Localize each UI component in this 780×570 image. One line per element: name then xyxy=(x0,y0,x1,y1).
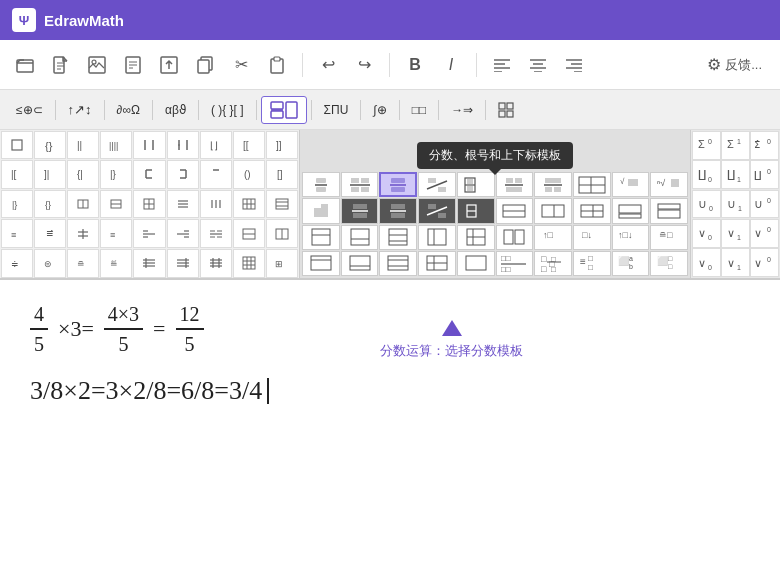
frac-template-6[interactable] xyxy=(496,172,534,197)
pal-cell[interactable] xyxy=(133,190,165,219)
pal-cell[interactable] xyxy=(100,190,132,219)
align-left-button[interactable] xyxy=(487,50,517,80)
frac-template-22[interactable] xyxy=(341,225,379,250)
cut-button[interactable]: ✂ xyxy=(226,50,256,80)
far-cell-wedge1[interactable]: ∨1 xyxy=(721,248,750,277)
far-cell-vee1[interactable]: ∨1 xyxy=(721,219,750,248)
frac-template-10[interactable]: ⁿ√ xyxy=(650,172,688,197)
frac-template-2[interactable] xyxy=(341,172,379,197)
pal-cell[interactable] xyxy=(1,131,33,160)
pal-cell[interactable] xyxy=(167,219,199,248)
export-button[interactable] xyxy=(154,50,184,80)
frac-template-31[interactable] xyxy=(302,251,340,276)
frac-template-11[interactable] xyxy=(302,198,340,223)
far-cell-wedge0[interactable]: ∨0 xyxy=(692,248,721,277)
pal-cell[interactable]: ]| xyxy=(34,160,66,189)
frac-template-28[interactable]: □↓ xyxy=(573,225,611,250)
math-row-2[interactable]: 3/8×2=3×2/8=6/8=3/4 xyxy=(30,376,750,406)
category-operators[interactable]: ≤⊕⊂ xyxy=(8,99,51,121)
frac-template-4[interactable] xyxy=(418,172,456,197)
frac-template-23[interactable] xyxy=(379,225,417,250)
category-boxes[interactable]: □□ xyxy=(404,99,435,121)
far-cell-union0[interactable]: ∪0 xyxy=(692,190,721,219)
pal-cell[interactable]: |} xyxy=(100,160,132,189)
pal-cell[interactable]: ≡̂ xyxy=(34,219,66,248)
pal-cell[interactable] xyxy=(266,219,298,248)
frac-template-40[interactable]: ⬜□□ xyxy=(650,251,688,276)
far-cell-coprod1[interactable]: ∐1 xyxy=(721,160,750,189)
far-cell-wedge-hat[interactable]: ∨0 xyxy=(750,248,779,277)
settings-button[interactable]: ⚙ 反馈... xyxy=(699,51,770,78)
frac-template-8[interactable] xyxy=(573,172,611,197)
pal-cell[interactable] xyxy=(266,190,298,219)
far-cell-coprod-hat[interactable]: ∐0 xyxy=(750,160,779,189)
pal-cell[interactable] xyxy=(200,219,232,248)
align-right-button[interactable] xyxy=(559,50,589,80)
frac-template-9[interactable]: √ xyxy=(612,172,650,197)
pal-cell[interactable]: |||| xyxy=(100,131,132,160)
frac-template-26[interactable] xyxy=(496,225,534,250)
frac-template-39[interactable]: ⬜ab xyxy=(612,251,650,276)
category-integrals[interactable]: ∫⊕ xyxy=(365,99,394,121)
frac-template-34[interactable] xyxy=(418,251,456,276)
far-cell-union-hat[interactable]: ∪0 xyxy=(750,190,779,219)
frac-template-7[interactable] xyxy=(534,172,572,197)
copy-button[interactable] xyxy=(190,50,220,80)
far-cell-vee0[interactable]: ∨0 xyxy=(692,219,721,248)
frac-template-29[interactable]: ↑□↓ xyxy=(612,225,650,250)
frac-template-36[interactable]: □□□□ xyxy=(496,251,534,276)
pal-cell[interactable]: ≡ xyxy=(1,219,33,248)
frac-template-12[interactable] xyxy=(341,198,379,223)
frac-template-14[interactable] xyxy=(418,198,456,223)
category-brackets[interactable]: ( ){ }[ ] xyxy=(203,99,252,121)
frac-template-25[interactable] xyxy=(457,225,495,250)
pal-cell[interactable]: ⊜ xyxy=(34,249,66,278)
pal-cell[interactable]: () xyxy=(233,160,265,189)
pal-cell[interactable] xyxy=(133,160,165,189)
bold-button[interactable]: B xyxy=(400,50,430,80)
category-fractions[interactable] xyxy=(261,96,307,124)
frac-template-15[interactable] xyxy=(457,198,495,223)
pal-cell[interactable] xyxy=(233,219,265,248)
category-sums[interactable]: ΣΠU xyxy=(316,99,357,121)
far-cell-sigma-hat[interactable]: Σ̂0 xyxy=(750,131,779,160)
pal-cell[interactable]: [] xyxy=(266,160,298,189)
category-arrows2[interactable]: →⇒ xyxy=(443,99,481,121)
open-button[interactable] xyxy=(10,50,40,80)
frac-template-37[interactable]: □□□□□ xyxy=(534,251,572,276)
pal-cell[interactable] xyxy=(167,249,199,278)
pal-cell[interactable]: ≑ xyxy=(1,249,33,278)
frac-template-13[interactable] xyxy=(379,198,417,223)
category-misc[interactable]: ∂∞Ω xyxy=(109,99,148,121)
category-arrows[interactable]: ↑↗↕ xyxy=(60,98,100,121)
pal-cell[interactable]: ⌊⌋ xyxy=(200,131,232,160)
pal-cell[interactable] xyxy=(133,219,165,248)
pal-cell[interactable] xyxy=(67,190,99,219)
pal-cell[interactable] xyxy=(133,131,165,160)
pal-cell[interactable]: ⊞ xyxy=(266,249,298,278)
frac-template-17[interactable] xyxy=(534,198,572,223)
pal-cell[interactable]: ≘ xyxy=(67,249,99,278)
frac-template-1[interactable] xyxy=(302,172,340,197)
frac-template-24[interactable] xyxy=(418,225,456,250)
far-cell-sigma0[interactable]: Σ0 xyxy=(692,131,721,160)
far-cell-union1[interactable]: ∪1 xyxy=(721,190,750,219)
pal-cell[interactable]: ]] xyxy=(266,131,298,160)
pal-cell[interactable] xyxy=(167,190,199,219)
pal-cell[interactable]: {| xyxy=(67,160,99,189)
redo-button[interactable]: ↪ xyxy=(349,50,379,80)
pal-cell[interactable] xyxy=(233,190,265,219)
pal-cell[interactable]: ≝ xyxy=(100,249,132,278)
pal-cell[interactable] xyxy=(200,249,232,278)
undo-button[interactable]: ↩ xyxy=(313,50,343,80)
frac-template-18[interactable] xyxy=(573,198,611,223)
frac-template-selected[interactable] xyxy=(379,172,417,197)
frac-template-16[interactable] xyxy=(496,198,534,223)
frac-template-38[interactable]: ≡□□ xyxy=(573,251,611,276)
frac-template-35[interactable] xyxy=(457,251,495,276)
pal-cell[interactable] xyxy=(233,249,265,278)
category-grid[interactable] xyxy=(490,98,522,122)
save-image-button[interactable] xyxy=(82,50,112,80)
frac-template-30[interactable]: ≘□ xyxy=(650,225,688,250)
paste-button[interactable] xyxy=(262,50,292,80)
